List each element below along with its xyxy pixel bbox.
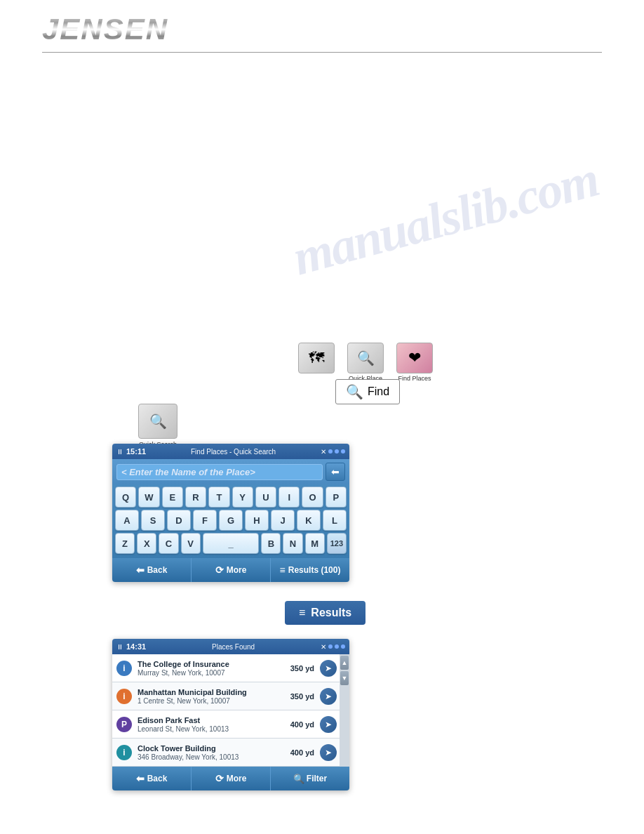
place-arrow-3[interactable]: ➤	[320, 716, 337, 733]
place-item-3[interactable]: P Edison Park Fast Leonard St, New York,…	[112, 710, 340, 739]
key-h[interactable]: H	[245, 510, 269, 531]
key-i[interactable]: I	[279, 486, 300, 508]
close-icon-2[interactable]: ✕	[321, 643, 326, 651]
back-icon: ⬅	[136, 564, 145, 576]
scroll-down-button[interactable]: ▼	[340, 671, 349, 685]
key-p[interactable]: P	[326, 486, 347, 508]
key-a[interactable]: A	[115, 510, 139, 531]
key-w[interactable]: W	[138, 486, 159, 508]
filter-button[interactable]: 🔍 Filter	[271, 767, 349, 790]
key-123[interactable]: 123	[327, 533, 347, 554]
find-button[interactable]: 🔍 Find	[335, 379, 400, 404]
watermark: manualslib.com	[287, 150, 604, 288]
more-label-2: More	[227, 774, 247, 783]
find-places-box[interactable]: ❤ Find Places	[393, 343, 436, 383]
filter-icon: 🔍	[293, 774, 304, 784]
scroll-up-button[interactable]: ▲	[340, 656, 349, 670]
find-places-icon[interactable]: ❤	[396, 343, 433, 373]
key-b[interactable]: B	[261, 533, 281, 554]
key-s[interactable]: S	[141, 510, 165, 531]
key-f[interactable]: F	[193, 510, 217, 531]
screen2-title: Places Found	[149, 643, 318, 651]
key-n[interactable]: N	[283, 533, 302, 554]
key-j[interactable]: J	[271, 510, 295, 531]
key-r[interactable]: R	[185, 486, 206, 508]
status-dot-1	[328, 449, 333, 454]
place-icon-3: P	[116, 717, 132, 732]
more-button[interactable]: ⟳ More	[192, 558, 271, 582]
place-item-1[interactable]: i The College of Insurance Murray St, Ne…	[112, 654, 340, 682]
key-c[interactable]: C	[159, 533, 178, 554]
close-icon[interactable]: ✕	[321, 448, 326, 456]
quick-place-search-icon[interactable]: 🔍	[347, 343, 384, 373]
place-info-4: Clock Tower Building 346 Broadway, New Y…	[135, 743, 288, 761]
key-g[interactable]: G	[219, 510, 243, 531]
quick-search-along-route-icon[interactable]: 🔍	[138, 404, 177, 439]
place-name-4: Clock Tower Building	[137, 743, 285, 753]
places-screen: ⏸ 14:31 Places Found ✕ i The College of …	[112, 639, 349, 790]
place-icon-4: i	[116, 745, 132, 760]
place-dist-4: 400 yd	[290, 748, 314, 757]
backspace-button[interactable]: ⬅	[326, 463, 345, 481]
place-arrow-4[interactable]: ➤	[320, 744, 337, 761]
place-info-2: Manhattan Municipal Building 1 Centre St…	[135, 687, 288, 705]
place-dist-1: 350 yd	[290, 664, 314, 673]
results-list-icon: ≡	[280, 564, 286, 576]
screen1-time: 15:11	[126, 447, 146, 456]
search-input-bar: < Enter the Name of the Place> ⬅	[112, 459, 349, 484]
status-dot-3	[341, 449, 345, 454]
place-addr-2: 1 Centre St, New York, 10007	[137, 697, 285, 705]
key-space[interactable]: _	[203, 533, 260, 554]
place-name-2: Manhattan Municipal Building	[137, 687, 285, 697]
back-label-2: Back	[147, 774, 168, 783]
key-v[interactable]: V	[181, 533, 201, 554]
back-button[interactable]: ⬅ Back	[112, 558, 192, 582]
key-k[interactable]: K	[297, 510, 321, 531]
places-list-inner: i The College of Insurance Murray St, Ne…	[112, 654, 349, 767]
places-items-column: i The College of Insurance Murray St, Ne…	[112, 654, 340, 767]
place-addr-3: Leonard St, New York, 10013	[137, 725, 285, 733]
screen1-titlebar: ⏸ 15:11 Find Places - Quick Search ✕	[112, 444, 349, 459]
screen2-footer: ⬅ Back ⟳ More 🔍 Filter	[112, 767, 349, 790]
logo: JENSEN	[42, 13, 168, 46]
place-icon-1: i	[116, 661, 132, 676]
results-label: Results (100)	[288, 565, 341, 575]
place-info-1: The College of Insurance Murray St, New …	[135, 659, 288, 677]
key-o[interactable]: O	[302, 486, 323, 508]
more-button-2[interactable]: ⟳ More	[192, 767, 271, 790]
map-icon-box: 🗺	[295, 343, 338, 373]
key-d[interactable]: D	[167, 510, 191, 531]
titlebar-icons-2: ✕	[321, 643, 345, 651]
results-standalone-button[interactable]: ≡ Results	[285, 601, 365, 625]
keyboard-row-1: Q W E R T Y U I O P	[115, 486, 347, 508]
key-e[interactable]: E	[162, 486, 183, 508]
more-icon-2: ⟳	[215, 773, 224, 784]
place-item-4[interactable]: i Clock Tower Building 346 Broadway, New…	[112, 739, 340, 767]
search-text-field[interactable]: < Enter the Name of the Place>	[116, 464, 323, 480]
key-z[interactable]: Z	[115, 533, 135, 554]
keyboard-row-3: Z X C V _ B N M 123	[115, 533, 347, 554]
status-dot-5	[335, 644, 339, 649]
header-divider	[42, 52, 602, 53]
keyboard: Q W E R T Y U I O P A S D F G H J K L Z …	[112, 484, 349, 558]
results-button-footer[interactable]: ≡ Results (100)	[271, 558, 349, 582]
back-icon-2: ⬅	[136, 773, 145, 784]
key-y[interactable]: Y	[232, 486, 253, 508]
place-arrow-1[interactable]: ➤	[320, 660, 337, 677]
status-dot-4	[328, 644, 333, 649]
key-q[interactable]: Q	[115, 486, 136, 508]
place-name-1: The College of Insurance	[137, 659, 285, 669]
key-x[interactable]: X	[137, 533, 156, 554]
place-item-2[interactable]: i Manhattan Municipal Building 1 Centre …	[112, 682, 340, 710]
place-arrow-2[interactable]: ➤	[320, 688, 337, 705]
find-button-label: Find	[368, 385, 389, 398]
key-u[interactable]: U	[255, 486, 276, 508]
back-button-2[interactable]: ⬅ Back	[112, 767, 192, 790]
scrollbar[interactable]: ▲ ▼	[340, 654, 349, 767]
find-icon: 🔍	[346, 383, 363, 400]
place-dist-3: 400 yd	[290, 720, 314, 729]
more-icon: ⟳	[215, 564, 224, 576]
key-t[interactable]: T	[208, 486, 229, 508]
key-l[interactable]: L	[323, 510, 347, 531]
key-m[interactable]: M	[305, 533, 325, 554]
